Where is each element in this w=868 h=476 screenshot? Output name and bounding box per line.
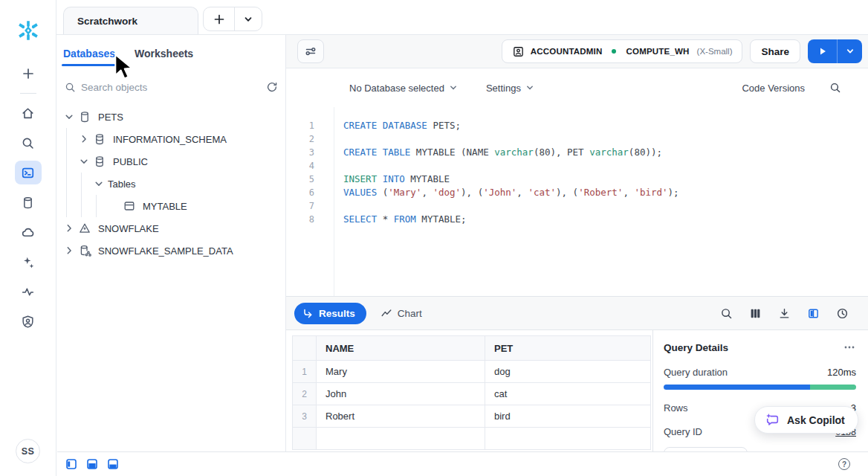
snowflake-logo-icon[interactable] (17, 19, 39, 42)
line-number-gutter: 12345678 (286, 107, 334, 296)
code-line[interactable]: CREATE TABLE MYTABLE (NAME varchar(80), … (343, 146, 868, 159)
search-nav-icon[interactable] (15, 131, 42, 155)
ask-copilot-button[interactable]: Ask Copilot (754, 406, 858, 434)
tree-item-snowflake[interactable]: SNOWFLAKE (56, 217, 285, 239)
row-number-header (293, 336, 317, 361)
tree-item-snowflake_sample_data[interactable]: SNOWFLAKE_SAMPLE_DATA (56, 239, 285, 262)
code-versions-link[interactable]: Code Versions (742, 83, 805, 94)
tab-results[interactable]: Results (294, 303, 366, 324)
table-row[interactable]: 3Robertbird (293, 405, 651, 428)
code-line[interactable] (343, 132, 868, 146)
toggle-editor-panel-icon[interactable] (87, 459, 97, 469)
table-cell[interactable]: Mary (317, 361, 485, 383)
table-cell[interactable]: dog (485, 361, 651, 383)
query-id-label: Query ID (664, 426, 702, 437)
tree-item-mytable[interactable]: MYTABLE (56, 195, 285, 217)
help-icon[interactable]: ? (838, 458, 850, 470)
run-button[interactable] (808, 39, 837, 63)
code-line[interactable]: VALUES ('Mary', 'dog'), ('John', 'cat'),… (343, 186, 868, 199)
nav-rail: SS (0, 0, 56, 476)
worksheet-tab[interactable]: Scratchwork (63, 7, 198, 35)
table-cell[interactable]: bird (485, 405, 651, 428)
tab-chart[interactable]: Chart (380, 307, 422, 319)
chevron-down-icon[interactable] (78, 155, 90, 167)
tab-databases[interactable]: Databases (63, 48, 115, 66)
search-icon (65, 82, 76, 93)
worksheet-tab-label: Scratchwork (77, 16, 137, 27)
table-row[interactable]: 1Marydog (293, 361, 651, 383)
column-header-name[interactable]: NAME (317, 336, 485, 361)
line-number: 1 (286, 119, 334, 132)
line-number: 3 (286, 146, 334, 159)
download-icon[interactable] (778, 307, 791, 320)
rows-label: Rows (664, 402, 688, 414)
table-cell[interactable]: John (317, 383, 485, 405)
results-toolbar: Results Chart (286, 296, 868, 330)
code-line[interactable]: SELECT * FROM MYTABLE; (343, 213, 868, 226)
column-header-pet[interactable]: PET (485, 336, 651, 361)
tree-item-label: SNOWFLAKE_SAMPLE_DATA (98, 245, 233, 257)
new-tab-controls (203, 7, 262, 31)
overflow-menu-icon[interactable] (843, 341, 856, 354)
code-line[interactable]: CREATE DATABASE PETS; (343, 119, 868, 132)
filters-button[interactable] (297, 39, 324, 63)
new-tab-button[interactable] (204, 7, 234, 30)
results-search-icon[interactable] (720, 307, 733, 320)
tree-item-public[interactable]: PUBLIC (56, 150, 285, 173)
chevron-down-icon[interactable] (93, 178, 105, 190)
cloud-nav-icon[interactable] (15, 220, 42, 244)
tab-worksheets[interactable]: Worksheets (135, 48, 193, 66)
database-selector[interactable]: No Database selected (349, 83, 458, 94)
table-cell[interactable]: cat (485, 383, 651, 405)
code-line[interactable]: INSERT INTO MYTABLE (343, 173, 868, 186)
tree-item-information_schema[interactable]: INFORMATION_SCHEMA (56, 128, 285, 150)
results-tab-label: Results (319, 308, 355, 319)
tab-list-dropdown-icon[interactable] (234, 7, 262, 30)
duration-bar-blue-segment (664, 385, 810, 390)
toggle-left-panel-icon[interactable] (66, 459, 77, 469)
role-warehouse-selector[interactable]: ACCOUNTADMIN COMPUTE_WH (X-Small) (502, 39, 743, 63)
code-line[interactable] (343, 159, 868, 173)
database-share-icon (78, 244, 91, 257)
history-clock-icon[interactable] (836, 307, 849, 320)
refresh-icon[interactable] (266, 81, 278, 93)
line-number: 6 (286, 186, 334, 199)
schema-icon (93, 132, 106, 146)
results-table-container: NAMEPET 1Marydog2Johncat3Robertbird (286, 330, 652, 451)
table-row[interactable]: 2Johncat (293, 383, 651, 405)
create-new-icon[interactable] (15, 62, 42, 86)
run-button-group (808, 39, 862, 63)
line-number: 7 (286, 199, 334, 213)
chevron-right-icon[interactable] (78, 133, 90, 145)
worksheets-nav-icon[interactable] (15, 161, 42, 184)
columns-icon[interactable] (749, 307, 762, 320)
copilot-chat-icon (765, 412, 780, 428)
toggle-results-panel-icon[interactable] (108, 459, 118, 469)
table-cell[interactable]: Robert (317, 405, 485, 428)
data-nav-icon[interactable] (15, 190, 42, 214)
tree-item-pets[interactable]: PETS (56, 106, 285, 128)
code-line[interactable] (343, 199, 868, 213)
share-button[interactable]: Share (750, 39, 800, 63)
search-input[interactable] (81, 82, 266, 93)
chevron-down-icon[interactable] (63, 111, 75, 123)
warehouse-status-dot (612, 49, 616, 54)
sql-editor[interactable]: 12345678 CREATE DATABASE PETS;CREATE TAB… (286, 107, 868, 296)
split-panel-icon[interactable] (807, 307, 820, 320)
chevron-right-icon[interactable] (63, 222, 75, 234)
user-avatar[interactable]: SS (16, 439, 40, 463)
ai-sparkles-icon[interactable] (15, 250, 42, 274)
tree-item-tables[interactable]: Tables (56, 173, 285, 195)
run-options-button[interactable] (837, 39, 862, 63)
editor-search-icon[interactable] (829, 82, 841, 94)
app-window: SS Scratchwork Databases Worksheets (0, 0, 868, 476)
schema-icon (93, 155, 106, 168)
chevron-right-icon[interactable] (63, 245, 75, 257)
duration-bar-green-segment (810, 385, 856, 390)
chevron-down-icon (846, 47, 855, 56)
admin-shield-icon[interactable] (15, 309, 42, 333)
table-row-empty (293, 428, 651, 450)
activity-icon[interactable] (15, 280, 42, 303)
settings-menu[interactable]: Settings (486, 83, 534, 94)
home-icon[interactable] (15, 101, 42, 125)
